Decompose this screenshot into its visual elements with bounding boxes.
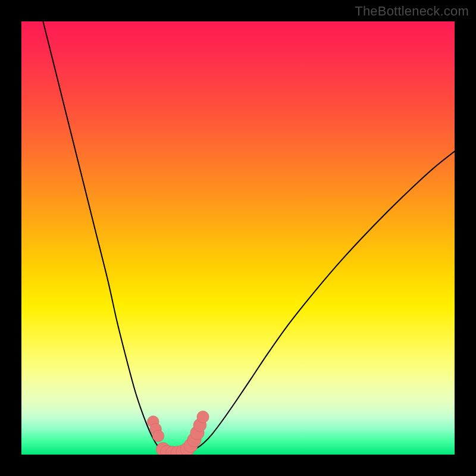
valley-marker bbox=[197, 411, 209, 422]
curve-right-branch bbox=[190, 151, 455, 451]
chart-svg bbox=[21, 21, 455, 455]
valley-marker bbox=[152, 430, 164, 442]
curve-layer bbox=[43, 21, 455, 454]
plot-area bbox=[21, 21, 455, 455]
watermark-text: TheBottleneck.com bbox=[355, 4, 469, 19]
curve-left-branch bbox=[43, 21, 162, 451]
chart-frame: TheBottleneck.com bbox=[0, 0, 476, 476]
marker-layer bbox=[147, 411, 209, 455]
